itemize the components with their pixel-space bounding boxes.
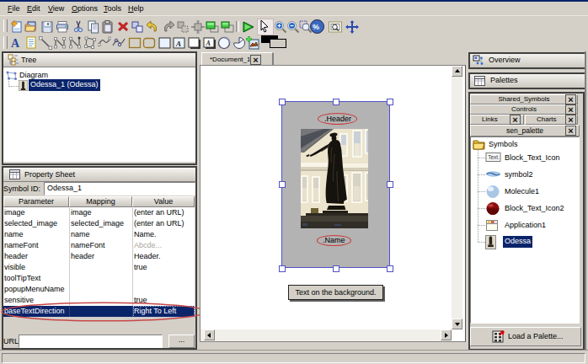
svg-text:A: A (175, 40, 181, 48)
svg-text:Text.: Text. (488, 154, 500, 160)
svg-text:%: % (313, 23, 319, 31)
svg-text:A: A (11, 37, 20, 50)
svg-text:A: A (206, 40, 211, 47)
